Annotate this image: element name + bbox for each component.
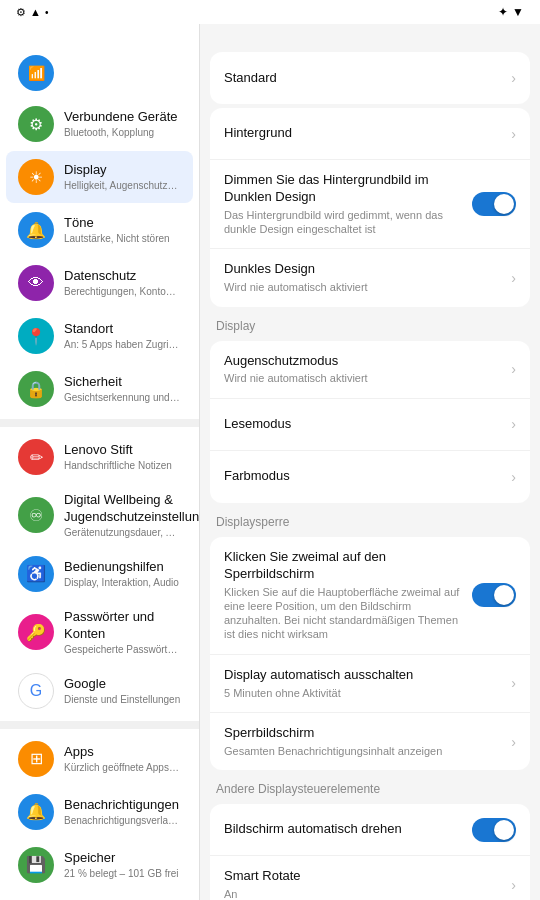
- settings-row-bildschirm-drehen[interactable]: Bildschirm automatisch drehen: [210, 804, 530, 856]
- sidebar-text-speicher: Speicher 21 % belegt – 101 GB frei: [64, 850, 181, 880]
- settings-row-hintergrund[interactable]: Hintergrund ›: [210, 108, 530, 160]
- sidebar-text-lenovo-stift: Lenovo Stift Handschriftliche Notizen: [64, 442, 181, 472]
- settings-row-sperrbildschirm[interactable]: Sperrbildschirm Gesamten Benachrichtigun…: [210, 713, 530, 770]
- sidebar-sub-toene: Lautstärke, Nicht stören: [64, 232, 181, 245]
- row-text-klicken-zweimal: Klicken Sie zweimal auf den Sperrbildsch…: [224, 549, 464, 642]
- toggle-bildschirm-drehen[interactable]: [472, 818, 516, 842]
- sidebar-icon-speicher: 💾: [18, 847, 54, 883]
- sidebar-label-passwoerter: Passwörter und Konten: [64, 609, 181, 643]
- sidebar-item-bedienungshilfen[interactable]: ♿ Bedienungshilfen Display, Interaktion,…: [6, 548, 193, 600]
- content-title: [200, 24, 540, 48]
- row-sub-augenschutzmodus: Wird nie automatisch aktiviert: [224, 371, 503, 385]
- sidebar-item-standort[interactable]: 📍 Standort An: 5 Apps haben Zugriff auf …: [6, 310, 193, 362]
- sidebar-item-passwoerter[interactable]: 🔑 Passwörter und Konten Gespeicherte Pas…: [6, 601, 193, 664]
- row-text-bildschirm-drehen: Bildschirm automatisch drehen: [224, 821, 464, 838]
- settings-row-dimmen[interactable]: Dimmen Sie das Hintergrundbild im Dunkle…: [210, 160, 530, 249]
- content-panel: Standard › Hintergrund › Dimmen Sie das …: [200, 24, 540, 900]
- settings-row-farbmodus[interactable]: Farbmodus ›: [210, 451, 530, 503]
- sidebar-sub-datenschutz: Berechtigungen, Kontoaktivität, personen…: [64, 285, 181, 298]
- settings-card-displaysperre-section: Klicken Sie zweimal auf den Sperrbildsch…: [210, 537, 530, 770]
- sidebar-item-toene[interactable]: 🔔 Töne Lautstärke, Nicht stören: [6, 204, 193, 256]
- sidebar-title: [0, 24, 199, 48]
- chevron-icon-smart-rotate: ›: [511, 877, 516, 893]
- sidebar-sub-verbundene-geraete: Bluetooth, Kopplung: [64, 126, 181, 139]
- row-text-augenschutzmodus: Augenschutzmodus Wird nie automatisch ak…: [224, 353, 503, 386]
- sidebar-text-digital-wellbeing: Digital Wellbeing & Jugendschutzeinstell…: [64, 492, 181, 539]
- sidebar-sub-bedienungshilfen: Display, Interaktion, Audio: [64, 576, 181, 589]
- main-container: 📶 ⚙ Verbundene Geräte Bluetooth, Kopplun…: [0, 24, 540, 900]
- sidebar-label-sicherheit: Sicherheit: [64, 374, 181, 391]
- status-time-area: ⚙ ▲ •: [12, 6, 48, 19]
- sidebar-item-datenschutz[interactable]: 👁 Datenschutz Berechtigungen, Kontoaktiv…: [6, 257, 193, 309]
- row-title-display-ausschalten: Display automatisch ausschalten: [224, 667, 503, 684]
- sidebar-label-google: Google: [64, 676, 181, 693]
- settings-row-lesemodus[interactable]: Lesemodus ›: [210, 399, 530, 451]
- settings-row-display-ausschalten[interactable]: Display automatisch ausschalten 5 Minute…: [210, 655, 530, 713]
- sidebar-sub-lenovo-stift: Handschriftliche Notizen: [64, 459, 181, 472]
- row-sub-sperrbildschirm: Gesamten Benachrichtigungsinhalt anzeige…: [224, 744, 503, 758]
- row-title-augenschutzmodus: Augenschutzmodus: [224, 353, 503, 370]
- status-bar: ⚙ ▲ • ✦ ▼: [0, 0, 540, 24]
- row-sub-display-ausschalten: 5 Minuten ohne Aktivität: [224, 686, 503, 700]
- sidebar-text-toene: Töne Lautstärke, Nicht stören: [64, 215, 181, 245]
- row-text-hintergrund: Hintergrund: [224, 125, 503, 142]
- row-title-smart-rotate: Smart Rotate: [224, 868, 503, 885]
- sidebar-label-toene: Töne: [64, 215, 181, 232]
- sidebar-label-digital-wellbeing: Digital Wellbeing & Jugendschutzeinstell…: [64, 492, 181, 526]
- sidebar-label-speicher: Speicher: [64, 850, 181, 867]
- chevron-icon-hintergrund: ›: [511, 126, 516, 142]
- settings-row-klicken-zweimal[interactable]: Klicken Sie zweimal auf den Sperrbildsch…: [210, 537, 530, 655]
- status-location-icon: ▲: [30, 6, 41, 18]
- sidebar-icon-digital-wellbeing: ♾: [18, 497, 54, 533]
- toggle-dimmen[interactable]: [472, 192, 516, 216]
- sidebar-sub-display: Helligkeit, Augenschutz­modus, Smart Rot…: [64, 179, 181, 192]
- status-settings-icon: ⚙: [16, 6, 26, 19]
- row-text-farbmodus: Farbmodus: [224, 468, 503, 485]
- row-title-klicken-zweimal: Klicken Sie zweimal auf den Sperrbildsch…: [224, 549, 464, 583]
- sidebar-item-benachrichtigungen[interactable]: 🔔 Benachrichtigungen Benachrichtigungsve…: [6, 786, 193, 838]
- settings-row-dunkles-design[interactable]: Dunkles Design Wird nie automatisch akti…: [210, 249, 530, 306]
- toggle-thumb-bildschirm-drehen: [494, 820, 514, 840]
- chevron-icon-lesemodus: ›: [511, 416, 516, 432]
- sidebar-item-wifi[interactable]: 📶: [6, 49, 193, 97]
- sidebar-item-apps[interactable]: ⊞ Apps Kürzlich geöffnete Apps, Standard…: [6, 733, 193, 785]
- sidebar-icon-datenschutz: 👁: [18, 265, 54, 301]
- sidebar-item-speicher[interactable]: 💾 Speicher 21 % belegt – 101 GB frei: [6, 839, 193, 891]
- toggle-klicken-zweimal[interactable]: [472, 583, 516, 607]
- sidebar-item-google[interactable]: G Google Dienste und Einstellungen: [6, 665, 193, 717]
- sidebar-text-google: Google Dienste und Einstellungen: [64, 676, 181, 706]
- sidebar-text-standort: Standort An: 5 Apps haben Zugriff auf de…: [64, 321, 181, 351]
- settings-row-standard[interactable]: Standard ›: [210, 52, 530, 104]
- sidebar-label-verbundene-geraete: Verbundene Geräte: [64, 109, 181, 126]
- sidebar-sub-speicher: 21 % belegt – 101 GB frei: [64, 867, 181, 880]
- sidebar-icon-benachrichtigungen: 🔔: [18, 794, 54, 830]
- sidebar-sub-sicherheit: Gesichtserkennung und Displaysperre: [64, 391, 181, 404]
- sidebar-text-display: Display Helligkeit, Augenschutz­modus, S…: [64, 162, 181, 192]
- sidebar-item-lenovo-stift[interactable]: ✏ Lenovo Stift Handschriftliche Notizen: [6, 431, 193, 483]
- sidebar-text-apps: Apps Kürzlich geöffnete Apps, Standard-A…: [64, 744, 181, 774]
- sidebar-item-verbundene-geraete[interactable]: ⚙ Verbundene Geräte Bluetooth, Kopplung: [6, 98, 193, 150]
- wifi-item-icon: 📶: [18, 55, 54, 91]
- row-title-bildschirm-drehen: Bildschirm automatisch drehen: [224, 821, 464, 838]
- toggle-thumb-dimmen: [494, 194, 514, 214]
- sidebar-icon-display: ☀: [18, 159, 54, 195]
- sidebar-item-display[interactable]: ☀ Display Helligkeit, Augenschutz­modus,…: [6, 151, 193, 203]
- sidebar-sub-passwoerter: Gespeicherte Passwörter, automatisches A…: [64, 643, 181, 656]
- row-sub-smart-rotate: An: [224, 887, 503, 900]
- sidebar-text-verbundene-geraete: Verbundene Geräte Bluetooth, Kopplung: [64, 109, 181, 139]
- sidebar-item-akku[interactable]: 🔋 Akku 93 % – voll in 55 Min.: [6, 892, 193, 900]
- sidebar-item-sicherheit[interactable]: 🔒 Sicherheit Gesichtserkennung und Displ…: [6, 363, 193, 415]
- sidebar: 📶 ⚙ Verbundene Geräte Bluetooth, Kopplun…: [0, 24, 200, 900]
- row-text-sperrbildschirm: Sperrbildschirm Gesamten Benachrichtigun…: [224, 725, 503, 758]
- chevron-icon-standard: ›: [511, 70, 516, 86]
- settings-card-display-section: Augenschutzmodus Wird nie automatisch ak…: [210, 341, 530, 503]
- settings-row-augenschutzmodus[interactable]: Augenschutzmodus Wird nie automatisch ak…: [210, 341, 530, 399]
- sidebar-label-standort: Standort: [64, 321, 181, 338]
- settings-card-top-section: Standard ›: [210, 52, 530, 104]
- settings-row-smart-rotate[interactable]: Smart Rotate An ›: [210, 856, 530, 900]
- sidebar-icon-passwoerter: 🔑: [18, 614, 54, 650]
- sidebar-item-digital-wellbeing[interactable]: ♾ Digital Wellbeing & Jugendschutzeinste…: [6, 484, 193, 547]
- sidebar-icon-google: G: [18, 673, 54, 709]
- sidebar-label-lenovo-stift: Lenovo Stift: [64, 442, 181, 459]
- chevron-icon-display-ausschalten: ›: [511, 675, 516, 691]
